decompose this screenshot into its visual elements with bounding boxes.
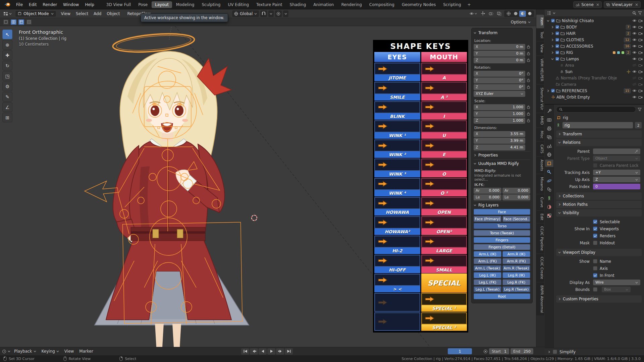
lock-icon[interactable]: [526, 45, 530, 49]
workspace-tab-shading[interactable]: Shading: [286, 1, 310, 8]
outliner-row-abn-orbit-empty[interactable]: ABN_Orbit Empty: [545, 94, 644, 100]
tool-add-cube[interactable]: ⊞: [2, 113, 12, 122]
hide-viewport-icon[interactable]: [632, 51, 637, 54]
checkbox[interactable]: [593, 241, 597, 245]
sidebar-tab-bnpr-abnormal[interactable]: BNPR Abnormal: [536, 283, 544, 316]
rig-layers-panel-header[interactable]: Rig Layers: [474, 201, 530, 209]
jump-to-end-button[interactable]: [285, 348, 293, 355]
ikfk-field-le-2[interactable]: Le0.000: [474, 194, 501, 200]
properties-search-input[interactable]: [556, 106, 636, 113]
menu-edit[interactable]: Edit: [26, 0, 40, 9]
properties-tab-texture[interactable]: [545, 212, 553, 219]
outliner-row-references[interactable]: REFERENCES15: [545, 87, 644, 94]
outliner-row-clothes[interactable]: CLOTHES12: [545, 37, 644, 43]
menu-window[interactable]: Window: [60, 0, 82, 9]
collection-checkbox[interactable]: [555, 32, 559, 35]
rig-layer-arm-l-fk[interactable]: Arm.L (FK): [474, 258, 501, 264]
holdout-checkbox[interactable]: Holdout: [593, 241, 615, 245]
hide-viewport-icon[interactable]: [632, 82, 637, 86]
workspace-tab-texture-paint[interactable]: Texture Paint: [253, 1, 285, 8]
dimensions-y-field[interactable]: Y3.99 m: [474, 138, 525, 144]
lock-icon[interactable]: [526, 72, 530, 75]
shape-key-special[interactable]: SPECIAL ¹: [421, 293, 467, 312]
collection-checkbox[interactable]: [555, 25, 559, 29]
shape-key-eyes-hi-off[interactable]: HI-OFF: [374, 254, 420, 274]
scene-selector[interactable]: Scene ×: [573, 1, 602, 8]
rig-layer-arm-l-ik[interactable]: Arm.L (IK): [474, 251, 501, 257]
lock-icon[interactable]: [526, 85, 530, 89]
show-name-checkbox[interactable]: Name: [593, 259, 611, 264]
disable-render-icon[interactable]: [638, 76, 643, 80]
timeline-menu-view[interactable]: View: [62, 348, 76, 355]
disable-render-icon[interactable]: [638, 51, 643, 54]
properties-tab-world[interactable]: [545, 151, 553, 158]
outliner-row-lamps[interactable]: Lamps: [545, 56, 644, 62]
play-button[interactable]: [267, 348, 275, 355]
dimensions-x-field[interactable]: X3.55 m: [474, 131, 525, 137]
disable-render-icon[interactable]: [638, 45, 643, 48]
current-frame-field[interactable]: 1: [448, 348, 472, 354]
shape-key-eyes-wink[interactable]: WINK ¹: [374, 120, 420, 139]
shape-key-mouth-u[interactable]: U: [421, 120, 467, 139]
properties-tab-object[interactable]: [545, 160, 553, 167]
start-frame-field[interactable]: Start1: [489, 348, 509, 354]
sidebar-tab-assets[interactable]: Assets: [536, 157, 544, 174]
next-keyframe-button[interactable]: [276, 348, 284, 355]
hide-viewport-icon[interactable]: [632, 95, 637, 99]
disable-render-icon[interactable]: [638, 70, 643, 73]
pass-index-field[interactable]: 0: [593, 184, 640, 189]
timeline-editor-caret-icon[interactable]: [8, 350, 10, 353]
tool-cursor[interactable]: ⊕: [2, 40, 12, 50]
properties-tab-tool[interactable]: [545, 107, 553, 115]
outliner-search-icon[interactable]: [632, 11, 636, 15]
overlays-toggle-icon[interactable]: [488, 11, 494, 16]
shading-rendered-icon[interactable]: [526, 11, 533, 17]
options-dropdown[interactable]: Options: [508, 19, 533, 25]
workspace-tab-uv-editing[interactable]: UV Editing: [225, 1, 253, 8]
scene-unlink-icon[interactable]: ×: [595, 2, 599, 7]
sidebar-tab-shortcut-vur[interactable]: Shortcut VUr: [536, 85, 544, 113]
simplify-checkbox[interactable]: [553, 350, 557, 354]
show-in-viewports-checkbox[interactable]: Viewports: [593, 227, 619, 231]
disable-render-icon[interactable]: [638, 83, 643, 86]
outliner-row-hair[interactable]: HAIR2: [545, 30, 644, 37]
disable-render-icon[interactable]: [638, 96, 643, 99]
rotation-z-field[interactable]: Z0°: [474, 84, 525, 90]
workspace-tab-layout[interactable]: Layout: [152, 1, 172, 8]
proportional-settings-dropdown[interactable]: [283, 10, 288, 17]
sidebar-tab-mmd[interactable]: MMD: [536, 113, 544, 127]
rig-layer-leg-r-tweak[interactable]: Leg.R (Tweak): [502, 286, 530, 292]
disable-render-icon[interactable]: [638, 25, 643, 29]
play-reverse-button[interactable]: [259, 348, 267, 355]
shape-key-mouth-o[interactable]: O: [421, 158, 467, 177]
lock-icon[interactable]: [526, 119, 530, 122]
add-workspace-button[interactable]: +: [465, 2, 474, 8]
tool-move[interactable]: ✚: [2, 50, 12, 60]
scale-z-field[interactable]: Z1.000: [474, 118, 525, 124]
tracking-axis-dropdown[interactable]: +Y: [593, 170, 640, 175]
menu-render[interactable]: Render: [40, 0, 60, 9]
tool-setting-toggle-3[interactable]: [18, 19, 24, 25]
location-x-field[interactable]: X0 m: [474, 44, 525, 50]
hide-viewport-icon[interactable]: [632, 32, 637, 35]
shading-wireframe-icon[interactable]: [505, 11, 512, 17]
viewport-menu-object[interactable]: Object: [104, 10, 122, 18]
properties-tab-object-data[interactable]: [545, 194, 553, 202]
rig-layer-arm-r-ik[interactable]: Arm.R (IK): [502, 251, 530, 257]
bounds-checkbox[interactable]: [593, 287, 600, 292]
ikfk-field-ar-0[interactable]: Ar0.000: [474, 188, 501, 194]
panel-header-motion-paths[interactable]: Motion Paths: [556, 201, 642, 208]
previous-keyframe-button[interactable]: [250, 348, 258, 355]
editor-type-dropdown[interactable]: [2, 11, 13, 16]
camera-parent-lock-checkbox[interactable]: Camera Parent Lock: [593, 163, 638, 168]
outliner-filter-icon[interactable]: [638, 11, 642, 15]
hide-viewport-icon[interactable]: [632, 76, 637, 80]
viewport-3d[interactable]: ↖⊕✚↻◳⚙✎∠⊞ Front Orthographic (1) Scene C…: [0, 26, 536, 347]
rig-layer-leg-r-fk[interactable]: Leg.R (FK): [502, 279, 530, 285]
workspace-tab-modeling[interactable]: Modeling: [173, 1, 198, 8]
shape-key-mouth-o[interactable]: O ²: [421, 178, 467, 197]
collection-checkbox[interactable]: [555, 38, 559, 42]
expander-icon[interactable]: [546, 19, 550, 22]
end-frame-field[interactable]: End250: [511, 348, 533, 354]
sidebar-tab-cc-ic-pipeline[interactable]: CC/iC Pipeline: [536, 224, 544, 253]
